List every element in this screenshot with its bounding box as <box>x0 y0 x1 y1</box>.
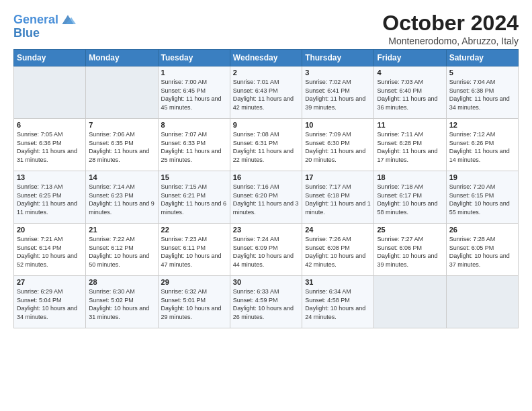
calendar-cell <box>86 66 158 119</box>
day-detail: Sunrise: 7:03 AMSunset: 6:40 PMDaylight:… <box>377 78 443 111</box>
day-number: 15 <box>161 173 227 181</box>
calendar-cell: 20Sunrise: 7:21 AMSunset: 6:14 PMDayligh… <box>14 224 86 276</box>
day-detail: Sunrise: 7:05 AMSunset: 6:36 PMDaylight:… <box>17 130 83 164</box>
day-number: 25 <box>377 226 443 234</box>
day-detail: Sunrise: 7:28 AMSunset: 6:05 PMDaylight:… <box>449 235 515 269</box>
day-detail: Sunrise: 7:16 AMSunset: 6:20 PMDaylight:… <box>233 183 299 216</box>
calendar-cell: 21Sunrise: 7:22 AMSunset: 6:12 PMDayligh… <box>86 224 158 276</box>
calendar-cell: 10Sunrise: 7:09 AMSunset: 6:30 PMDayligh… <box>302 119 374 171</box>
calendar-cell: 26Sunrise: 7:28 AMSunset: 6:05 PMDayligh… <box>446 224 518 276</box>
day-number: 22 <box>161 226 227 234</box>
day-number: 24 <box>305 226 371 234</box>
calendar-cell: 28Sunrise: 6:30 AMSunset: 5:02 PMDayligh… <box>86 276 158 328</box>
calendar-cell: 15Sunrise: 7:15 AMSunset: 6:21 PMDayligh… <box>158 171 230 224</box>
day-number: 18 <box>377 173 443 181</box>
day-of-week-header: Wednesday <box>230 50 302 66</box>
calendar-cell: 29Sunrise: 6:32 AMSunset: 5:01 PMDayligh… <box>158 276 230 328</box>
calendar-cell: 3Sunrise: 7:02 AMSunset: 6:41 PMDaylight… <box>302 66 374 119</box>
day-detail: Sunrise: 7:01 AMSunset: 6:43 PMDaylight:… <box>233 78 299 111</box>
day-number: 20 <box>17 226 83 234</box>
day-detail: Sunrise: 7:23 AMSunset: 6:11 PMDaylight:… <box>161 235 227 269</box>
calendar-cell: 27Sunrise: 6:29 AMSunset: 5:04 PMDayligh… <box>14 276 86 328</box>
day-detail: Sunrise: 7:18 AMSunset: 6:17 PMDaylight:… <box>377 183 443 216</box>
calendar-cell: 2Sunrise: 7:01 AMSunset: 6:43 PMDaylight… <box>230 66 302 119</box>
day-number: 8 <box>161 121 227 129</box>
calendar-cell: 18Sunrise: 7:18 AMSunset: 6:17 PMDayligh… <box>374 171 446 224</box>
day-detail: Sunrise: 7:08 AMSunset: 6:31 PMDaylight:… <box>233 130 299 164</box>
day-number: 19 <box>449 173 515 181</box>
day-number: 29 <box>161 278 227 286</box>
day-number: 26 <box>449 226 515 234</box>
day-detail: Sunrise: 7:07 AMSunset: 6:33 PMDaylight:… <box>161 130 227 164</box>
calendar-cell: 23Sunrise: 7:24 AMSunset: 6:09 PMDayligh… <box>230 224 302 276</box>
day-detail: Sunrise: 7:04 AMSunset: 6:38 PMDaylight:… <box>449 78 515 111</box>
calendar-cell <box>374 276 446 328</box>
day-detail: Sunrise: 7:02 AMSunset: 6:41 PMDaylight:… <box>305 78 371 111</box>
day-detail: Sunrise: 7:13 AMSunset: 6:25 PMDaylight:… <box>17 183 83 216</box>
logo-subtext: Blue <box>13 27 76 40</box>
day-number: 7 <box>89 121 154 129</box>
page-title: October 2024 <box>382 11 519 36</box>
day-detail: Sunrise: 7:15 AMSunset: 6:21 PMDaylight:… <box>161 183 227 216</box>
day-number: 23 <box>233 226 299 234</box>
day-of-week-header: Friday <box>374 50 446 66</box>
calendar-cell: 22Sunrise: 7:23 AMSunset: 6:11 PMDayligh… <box>158 224 230 276</box>
calendar-cell <box>14 66 86 119</box>
day-number: 1 <box>161 68 227 77</box>
day-detail: Sunrise: 7:20 AMSunset: 6:15 PMDaylight:… <box>449 183 515 216</box>
calendar-cell: 19Sunrise: 7:20 AMSunset: 6:15 PMDayligh… <box>446 171 518 224</box>
day-detail: Sunrise: 7:26 AMSunset: 6:08 PMDaylight:… <box>305 235 371 269</box>
day-number: 30 <box>233 278 299 286</box>
day-number: 31 <box>305 278 371 286</box>
day-number: 16 <box>233 173 299 181</box>
day-detail: Sunrise: 7:21 AMSunset: 6:14 PMDaylight:… <box>17 235 83 269</box>
day-number: 10 <box>305 121 371 129</box>
day-detail: Sunrise: 7:22 AMSunset: 6:12 PMDaylight:… <box>89 235 154 269</box>
location-subtitle: Montenerodomo, Abruzzo, Italy <box>382 36 519 46</box>
day-detail: Sunrise: 6:29 AMSunset: 5:04 PMDaylight:… <box>17 287 83 321</box>
day-number: 14 <box>89 173 154 181</box>
calendar-cell: 11Sunrise: 7:11 AMSunset: 6:28 PMDayligh… <box>374 119 446 171</box>
calendar-cell: 8Sunrise: 7:07 AMSunset: 6:33 PMDaylight… <box>158 119 230 171</box>
day-number: 28 <box>89 278 154 286</box>
day-number: 2 <box>233 68 299 77</box>
day-detail: Sunrise: 7:00 AMSunset: 6:45 PMDaylight:… <box>161 78 227 111</box>
calendar-cell: 13Sunrise: 7:13 AMSunset: 6:25 PMDayligh… <box>14 171 86 224</box>
calendar-cell: 5Sunrise: 7:04 AMSunset: 6:38 PMDaylight… <box>446 66 518 119</box>
day-of-week-header: Saturday <box>446 50 518 66</box>
day-number: 17 <box>305 173 371 181</box>
day-number: 11 <box>377 121 443 129</box>
day-detail: Sunrise: 7:27 AMSunset: 6:06 PMDaylight:… <box>377 235 443 269</box>
calendar-cell: 16Sunrise: 7:16 AMSunset: 6:20 PMDayligh… <box>230 171 302 224</box>
day-detail: Sunrise: 7:09 AMSunset: 6:30 PMDaylight:… <box>305 130 371 164</box>
day-number: 27 <box>17 278 83 286</box>
day-number: 13 <box>17 173 83 181</box>
calendar-cell: 17Sunrise: 7:17 AMSunset: 6:18 PMDayligh… <box>302 171 374 224</box>
calendar-cell: 1Sunrise: 7:00 AMSunset: 6:45 PMDaylight… <box>158 66 230 119</box>
day-detail: Sunrise: 6:33 AMSunset: 4:59 PMDaylight:… <box>233 287 299 321</box>
day-number: 5 <box>449 68 515 77</box>
calendar-cell: 30Sunrise: 6:33 AMSunset: 4:59 PMDayligh… <box>230 276 302 328</box>
day-detail: Sunrise: 6:34 AMSunset: 4:58 PMDaylight:… <box>305 287 371 321</box>
day-number: 12 <box>449 121 515 129</box>
day-number: 9 <box>233 121 299 129</box>
day-of-week-header: Thursday <box>302 50 374 66</box>
day-number: 3 <box>305 68 371 77</box>
day-detail: Sunrise: 7:17 AMSunset: 6:18 PMDaylight:… <box>305 183 371 216</box>
day-detail: Sunrise: 7:12 AMSunset: 6:26 PMDaylight:… <box>449 130 515 164</box>
calendar-cell: 25Sunrise: 7:27 AMSunset: 6:06 PMDayligh… <box>374 224 446 276</box>
day-of-week-header: Tuesday <box>158 50 230 66</box>
calendar-cell: 31Sunrise: 6:34 AMSunset: 4:58 PMDayligh… <box>302 276 374 328</box>
day-detail: Sunrise: 6:30 AMSunset: 5:02 PMDaylight:… <box>89 287 154 321</box>
calendar-cell: 24Sunrise: 7:26 AMSunset: 6:08 PMDayligh… <box>302 224 374 276</box>
day-detail: Sunrise: 7:14 AMSunset: 6:23 PMDaylight:… <box>89 183 154 216</box>
day-detail: Sunrise: 7:11 AMSunset: 6:28 PMDaylight:… <box>377 130 443 164</box>
day-detail: Sunrise: 6:32 AMSunset: 5:01 PMDaylight:… <box>161 287 227 321</box>
logo: General Blue <box>13 13 76 40</box>
calendar-cell: 6Sunrise: 7:05 AMSunset: 6:36 PMDaylight… <box>14 119 86 171</box>
logo-icon <box>60 13 76 27</box>
day-number: 6 <box>17 121 83 129</box>
day-number: 21 <box>89 226 154 234</box>
day-of-week-header: Sunday <box>14 50 86 66</box>
day-number: 4 <box>377 68 443 77</box>
